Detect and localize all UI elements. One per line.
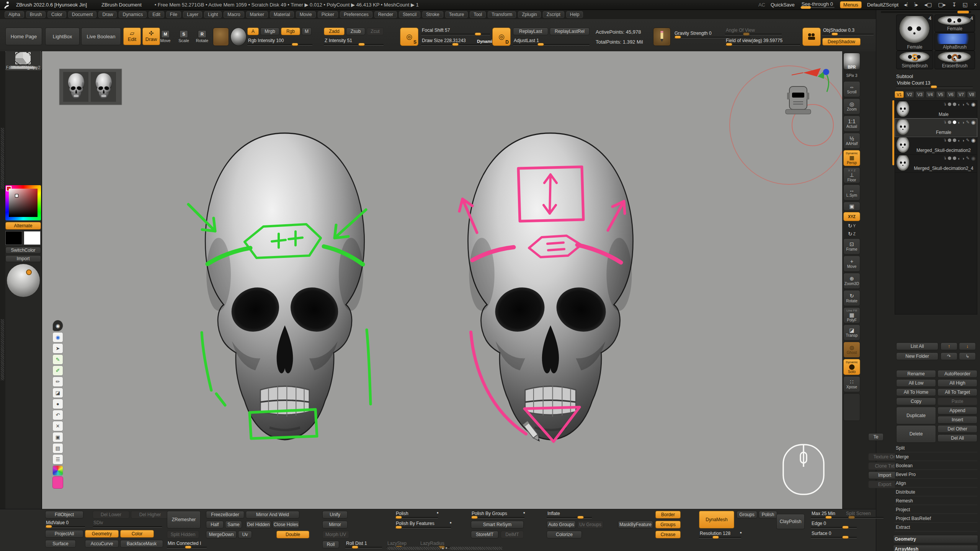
stroke-size-icon[interactable]: ◎S: [400, 28, 418, 46]
menu-item[interactable]: Marker: [246, 11, 268, 18]
rgb-button[interactable]: Rgb: [281, 28, 300, 35]
lightbox-button[interactable]: LightBox: [45, 28, 80, 45]
subtool-action-button[interactable]: Copy: [896, 398, 936, 405]
menu-item[interactable]: Render: [374, 11, 397, 18]
subtool-action-button[interactable]: Split: [895, 444, 977, 452]
menu-item[interactable]: Stroke: [422, 11, 443, 18]
subtool-action-button[interactable]: Project: [895, 505, 977, 514]
view-control-button[interactable]: ⊕ Zoom3D: [843, 273, 860, 289]
bottom-toolbar-control[interactable]: AccuCurve: [85, 540, 119, 548]
annotation-tool-button[interactable]: ✐: [52, 365, 63, 376]
subtool-action-button[interactable]: ↷: [941, 352, 957, 360]
angle-of-view-slider[interactable]: Angle Of View: [725, 28, 782, 35]
visibility-tab[interactable]: V3: [915, 91, 924, 98]
subtool-action-button[interactable]: All Low: [896, 379, 936, 387]
menus-button[interactable]: Menus: [840, 1, 862, 8]
bottom-toolbar-control[interactable]: ClayPolish: [776, 514, 805, 529]
menu-item[interactable]: Movie: [296, 11, 316, 18]
bottom-toolbar-control[interactable]: Uv: [238, 531, 252, 538]
zsub-button[interactable]: Zsub: [346, 28, 365, 35]
menu-item[interactable]: Brush: [26, 11, 46, 18]
subtool-action-button[interactable]: ↳: [959, 352, 976, 360]
quicksave-button[interactable]: QuickSave: [771, 2, 795, 8]
bottom-toolbar-control[interactable]: Polish By Groups: [471, 511, 524, 518]
view-control-button[interactable]: BPR: [843, 53, 860, 70]
view-control-button[interactable]: X Y Z ⊥ Floor: [843, 167, 860, 183]
replay-last-button[interactable]: ReplayLast: [513, 28, 548, 35]
subtool-action-button[interactable]: ↓: [959, 342, 976, 350]
view-control-button[interactable]: ◪ Transp: [843, 324, 860, 341]
bottom-toolbar-control[interactable]: Border: [655, 511, 681, 518]
visibility-tab[interactable]: V6: [946, 91, 956, 98]
tray-resize-handle[interactable]: ▲▼: [387, 546, 502, 550]
bottom-toolbar-control[interactable]: Double: [276, 531, 309, 538]
annotation-tool-button[interactable]: ↶: [52, 410, 63, 420]
visibility-tab[interactable]: V1: [895, 91, 904, 98]
bottom-toolbar-control[interactable]: Groups: [655, 521, 681, 528]
bottom-toolbar-control[interactable]: DynaMesh: [699, 511, 734, 528]
gravity-pencil-icon[interactable]: [653, 28, 671, 46]
bottom-toolbar-control[interactable]: Split Screen: [845, 511, 884, 518]
view-control-button[interactable]: Line Fill ▦ PolyF: [843, 307, 860, 323]
bottom-toolbar-control[interactable]: MaskByFeature: [618, 521, 653, 528]
visibility-tab[interactable]: V4: [926, 91, 935, 98]
bottom-toolbar-control[interactable]: Edge 0: [811, 521, 857, 528]
annotation-tool-button[interactable]: ▤: [52, 443, 63, 453]
view-control-button[interactable]: ½ AAHalf: [843, 133, 860, 149]
secondary-color-swatch[interactable]: [24, 231, 41, 245]
annotation-tool-button[interactable]: ●: [52, 399, 63, 409]
bottom-toolbar-control[interactable]: FreezeBorder: [206, 511, 244, 518]
menu-item[interactable]: Transform: [488, 11, 516, 18]
annotation-tool-button[interactable]: ☰: [52, 454, 63, 465]
move-mode-button[interactable]: MMove: [157, 28, 174, 45]
subtool-action-button[interactable]: Del Other: [938, 425, 977, 433]
dynamic-label[interactable]: Dynamic: [477, 39, 495, 44]
subtool-item[interactable]: ↴ ◐◑ ✎◉ Male: [895, 101, 977, 119]
live-boolean-button[interactable]: Live Boolean: [81, 28, 121, 45]
visible-count-slider[interactable]: Visible Count 13: [896, 80, 973, 88]
panel-scrollbar[interactable]: [881, 11, 971, 13]
subtool-section-title[interactable]: Subtool: [896, 73, 913, 79]
tool-thumbnail-tile[interactable]: 4 Female: [896, 15, 933, 51]
subtool-action-button[interactable]: ArrayMesh: [893, 545, 978, 551]
view-control-button[interactable]: ⇔ Scroll: [843, 81, 860, 97]
material-preview-sphere[interactable]: [7, 264, 40, 297]
subtool-action-button[interactable]: Append: [938, 407, 977, 414]
bottom-toolbar-control[interactable]: Same: [225, 521, 242, 528]
subtool-action-button[interactable]: All High: [938, 379, 977, 387]
z-intensity-slider[interactable]: Z Intensity 51: [324, 38, 384, 46]
view-control-button[interactable]: + Move: [843, 256, 860, 272]
menu-item[interactable]: Draw: [98, 11, 117, 18]
bottom-toolbar-control[interactable]: Polish: [395, 511, 438, 518]
adjust-last-slider[interactable]: AdjustLast 1: [513, 38, 590, 46]
tool-thumbnail-tile[interactable]: SimpleBrush: [896, 51, 933, 69]
menu-item[interactable]: Color: [47, 11, 66, 18]
visibility-tab[interactable]: V5: [936, 91, 945, 98]
minimize-icon[interactable]: ↧: [952, 2, 957, 8]
visibility-tab[interactable]: V2: [905, 91, 914, 98]
annotation-tool-button[interactable]: ▩: [52, 465, 63, 476]
texture-action-button[interactable]: Export: [868, 481, 895, 488]
menu-item[interactable]: Light: [204, 11, 222, 18]
menu-item[interactable]: Stencil: [399, 11, 420, 18]
scale-mode-button[interactable]: SScale: [175, 28, 192, 45]
annotation-tool-button[interactable]: [52, 476, 63, 489]
annotation-tool-button[interactable]: ▣: [52, 432, 63, 442]
sculpt-canvas[interactable]: [42, 51, 842, 509]
subtool-action-button[interactable]: ↑: [941, 342, 957, 350]
bottom-toolbar-control[interactable]: Surface 0: [811, 531, 857, 538]
view-control-button[interactable]: ↻ Y: [843, 222, 860, 229]
subtool-scrollbar[interactable]: [892, 100, 894, 165]
field-of-view-slider[interactable]: Field of view(deg) 39.59775: [725, 38, 800, 46]
subtool-action-button[interactable]: Remesh: [895, 497, 977, 505]
bottom-toolbar-control[interactable]: Unify: [322, 511, 348, 518]
replay-last-rel-button[interactable]: ReplayLastRel: [550, 28, 590, 35]
rotate-mode-button[interactable]: RRotate: [194, 28, 211, 45]
edit-button[interactable]: ▱Edit: [123, 28, 141, 45]
view-control-button[interactable]: 1:1 Actual: [843, 116, 860, 132]
view-control-button[interactable]: Dynamic ⬤ Solo: [843, 359, 860, 375]
mrgb-button[interactable]: Mrgb: [260, 28, 279, 35]
movie-camera-icon[interactable]: [802, 28, 821, 46]
bottom-toolbar-control[interactable]: Polish: [759, 511, 777, 518]
zadd-button[interactable]: Zadd: [324, 28, 345, 35]
